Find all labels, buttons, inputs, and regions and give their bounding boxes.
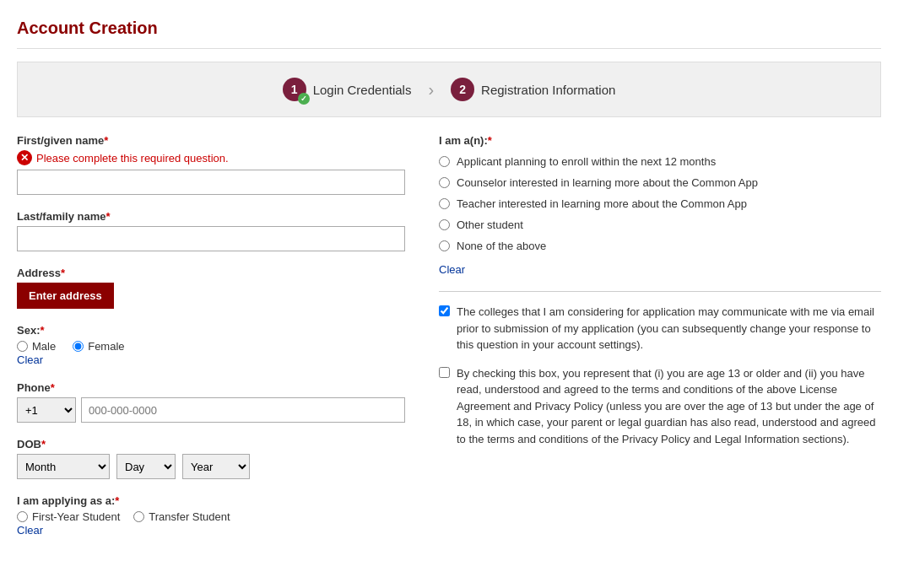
- checkbox-1[interactable]: The colleges that I am considering for a…: [439, 304, 881, 353]
- checkbox-2-input[interactable]: [439, 367, 450, 378]
- step-2: 2 Registration Information: [451, 78, 615, 101]
- i-am-radio-4[interactable]: [439, 219, 450, 230]
- step-1-circle: 1: [283, 78, 306, 101]
- first-name-input[interactable]: [17, 170, 405, 195]
- phone-input-group: +1: [17, 397, 405, 423]
- last-name-group: Last/family name*: [17, 210, 405, 251]
- phone-label: Phone*: [17, 381, 405, 394]
- i-am-radio-5[interactable]: [439, 240, 450, 251]
- dob-label: DOB*: [17, 438, 405, 450]
- error-icon: ✕: [17, 150, 32, 165]
- form-layout: First/given name* ✕ Please complete this…: [17, 134, 881, 552]
- checkbox-1-input[interactable]: [439, 305, 450, 316]
- i-am-radio-1[interactable]: [439, 156, 450, 167]
- enter-address-button[interactable]: Enter address: [17, 283, 114, 309]
- first-name-label: First/given name*: [17, 134, 405, 147]
- step-2-circle: 2: [451, 78, 474, 101]
- sex-male-option[interactable]: Male: [17, 340, 56, 353]
- applying-transfer-radio[interactable]: [133, 511, 144, 522]
- first-name-error: ✕ Please complete this required question…: [17, 150, 405, 165]
- form-left: First/given name* ✕ Please complete this…: [17, 134, 405, 552]
- form-right: I am a(n):* Applicant planning to enroll…: [439, 134, 881, 552]
- i-am-clear-link[interactable]: Clear: [439, 263, 465, 276]
- dob-day-select[interactable]: Day 12345 678910 1112131415 1617181920 2…: [116, 454, 176, 479]
- dob-month-select[interactable]: Month JanuaryFebruaryMarch AprilMayJune …: [17, 454, 110, 479]
- step-1-label: Login Credentials: [313, 83, 412, 97]
- checkbox-options: The colleges that I am considering for a…: [439, 304, 881, 447]
- sex-female-option[interactable]: Female: [73, 340, 124, 353]
- applying-as-group: I am applying as a:* First-Year Student …: [17, 494, 405, 537]
- i-am-radio-options: Applicant planning to enroll within the …: [439, 155, 881, 252]
- last-name-input[interactable]: [17, 226, 405, 251]
- i-am-option-5[interactable]: None of the above: [439, 240, 881, 252]
- last-name-label: Last/family name*: [17, 210, 405, 223]
- dob-selects: Month JanuaryFebruaryMarch AprilMayJune …: [17, 454, 405, 479]
- sex-group: Sex:* Male Female Clear: [17, 324, 405, 366]
- dob-group: DOB* Month JanuaryFebruaryMarch AprilMay…: [17, 438, 405, 479]
- sex-clear-link[interactable]: Clear: [17, 353, 43, 366]
- applying-first-year-option[interactable]: First-Year Student: [17, 510, 120, 523]
- applying-as-clear-link[interactable]: Clear: [17, 524, 43, 537]
- i-am-option-4[interactable]: Other student: [439, 218, 881, 231]
- stepper: 1 Login Credentials › 2 Registration Inf…: [17, 62, 881, 117]
- applying-transfer-option[interactable]: Transfer Student: [133, 510, 230, 523]
- phone-code-select[interactable]: +1: [17, 397, 76, 423]
- phone-number-input[interactable]: [81, 397, 405, 423]
- sex-radio-group: Male Female: [17, 340, 405, 353]
- i-am-radio-3[interactable]: [439, 198, 450, 209]
- checkbox-2[interactable]: By checking this box, you represent that…: [439, 365, 881, 448]
- dob-year-select[interactable]: Year 202420232010 200520001995 199019851…: [182, 454, 250, 479]
- i-am-option-2[interactable]: Counselor interested in learning more ab…: [439, 176, 881, 189]
- address-group: Address* Enter address: [17, 267, 405, 309]
- divider: [439, 291, 881, 292]
- step-arrow: ›: [428, 80, 434, 100]
- step-1: 1 Login Credentials: [283, 78, 412, 101]
- sex-male-radio[interactable]: [17, 341, 28, 352]
- i-am-option-3[interactable]: Teacher interested in learning more abou…: [439, 197, 881, 210]
- sex-label: Sex:*: [17, 324, 405, 337]
- i-am-group: I am a(n):* Applicant planning to enroll…: [439, 134, 881, 276]
- applying-as-label: I am applying as a:*: [17, 494, 405, 507]
- i-am-radio-2[interactable]: [439, 177, 450, 188]
- applying-first-year-radio[interactable]: [17, 511, 28, 522]
- phone-group: Phone* +1: [17, 381, 405, 423]
- i-am-option-1[interactable]: Applicant planning to enroll within the …: [439, 155, 881, 168]
- sex-female-radio[interactable]: [73, 341, 84, 352]
- i-am-label: I am a(n):*: [439, 134, 881, 147]
- first-name-group: First/given name* ✕ Please complete this…: [17, 134, 405, 195]
- address-label: Address*: [17, 267, 405, 279]
- page-title: Account Creation: [17, 8, 881, 49]
- step-2-label: Registration Information: [481, 83, 615, 97]
- applying-as-radio-group: First-Year Student Transfer Student: [17, 510, 405, 523]
